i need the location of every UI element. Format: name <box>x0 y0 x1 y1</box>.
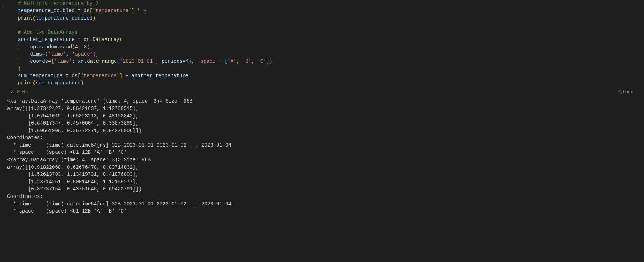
collapse-chevron-icon[interactable]: ⌄ <box>2 4 5 7</box>
code-line: # Add two DataArrays <box>7 29 644 36</box>
code-line <box>7 22 644 29</box>
cell-status-bar: ✓ 0.0s Python <box>0 88 644 96</box>
code-editor[interactable]: # Multiply temperature by 2 temperature_… <box>7 0 644 88</box>
code-line: dims=('time', 'space'), <box>7 51 644 58</box>
code-line: print(sum_temperature) <box>7 79 644 87</box>
code-line: print(temperature_doubled) <box>7 15 644 22</box>
cell-output: <xarray.DataArray 'temperature' (time: 4… <box>0 96 644 216</box>
code-cell: ⌄ # Multiply temperature by 2 temperatur… <box>0 0 644 88</box>
code-line: temperature_doubled = ds['temperature'] … <box>7 7 644 14</box>
code-line: sum_temperature = ds['temperature'] + an… <box>7 72 644 79</box>
code-line: coords={'time': xr.date_range('2023-01-0… <box>7 58 644 65</box>
execution-time: 0.0s <box>17 89 28 95</box>
check-icon: ✓ <box>11 89 14 96</box>
language-label[interactable]: Python <box>617 89 633 95</box>
code-line: # Multiply temperature by 2 <box>7 0 644 7</box>
code-line: ) <box>7 65 644 72</box>
cell-gutter: ⌄ <box>0 0 7 88</box>
code-line: another_temperature = xr.DataArray( <box>7 36 644 43</box>
comment-text: # Multiply temperature by 2 <box>18 1 99 6</box>
code-line: np.random.rand(4, 3), <box>7 43 644 51</box>
comment-text: # Add two DataArrays <box>18 30 78 35</box>
